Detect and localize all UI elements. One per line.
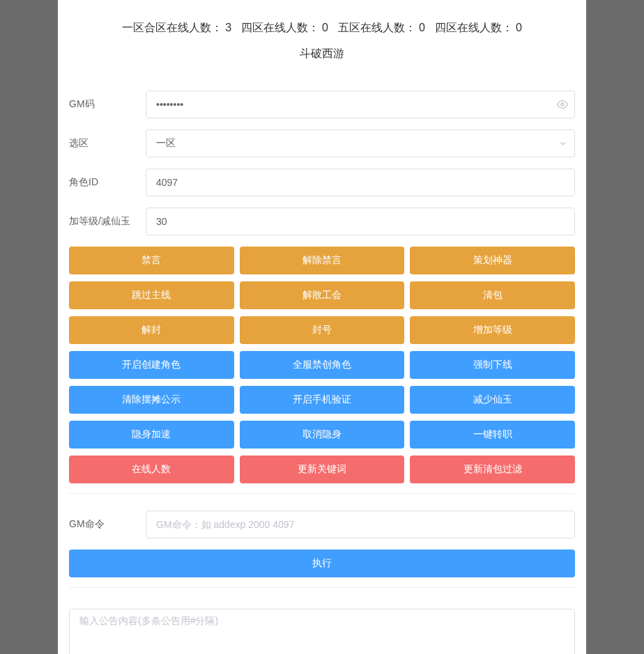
level-gem-input[interactable] bbox=[146, 208, 575, 235]
btn-unban[interactable]: 解封 bbox=[69, 316, 234, 344]
label-gm-command: GM命令 bbox=[69, 518, 146, 531]
stat-zone1: 一区合区在线人数：3 bbox=[122, 21, 231, 36]
stat-label: 四区在线人数： bbox=[435, 22, 513, 33]
eye-icon[interactable] bbox=[557, 99, 568, 110]
btn-enable-create-role[interactable]: 开启创建角色 bbox=[69, 351, 234, 379]
row-gm-code: GM码 bbox=[69, 91, 575, 118]
gm-command-input[interactable] bbox=[146, 511, 575, 538]
btn-server-ban-create[interactable]: 全服禁创角色 bbox=[240, 351, 405, 379]
gm-code-input[interactable] bbox=[146, 91, 575, 118]
btn-update-keywords[interactable]: 更新关键词 bbox=[240, 456, 405, 483]
stat-value: 0 bbox=[322, 22, 328, 33]
label-level-gem: 加等级/减仙玉 bbox=[69, 215, 146, 228]
stat-value: 0 bbox=[419, 22, 425, 33]
btn-add-level[interactable]: 增加等级 bbox=[410, 316, 575, 344]
row-zone: 选区 bbox=[69, 130, 575, 157]
btn-update-clearbag-filter[interactable]: 更新清包过滤 bbox=[410, 456, 575, 483]
header: 一区合区在线人数：3 四区在线人数：0 五区在线人数：0 四区在线人数：0 斗破… bbox=[58, 0, 586, 74]
btn-force-offline[interactable]: 强制下线 bbox=[410, 351, 575, 379]
form-panel: GM码 选区 角色ID 加等级/减仙玉 bbox=[58, 74, 586, 654]
button-grid-red: 在线人数 更新关键词 更新清包过滤 bbox=[69, 456, 575, 483]
stat-zone4b: 四区在线人数：0 bbox=[435, 21, 522, 36]
btn-reduce-gem[interactable]: 减少仙玉 bbox=[410, 386, 575, 414]
svg-point-0 bbox=[561, 103, 564, 106]
row-gm-command: GM命令 bbox=[69, 511, 575, 538]
admin-panel: 一区合区在线人数：3 四区在线人数：0 五区在线人数：0 四区在线人数：0 斗破… bbox=[58, 0, 586, 654]
btn-disband-guild[interactable]: 解散工会 bbox=[240, 281, 405, 309]
btn-one-key-job[interactable]: 一键转职 bbox=[410, 421, 575, 449]
btn-clear-stall[interactable]: 清除摆摊公示 bbox=[69, 386, 234, 414]
stat-value: 0 bbox=[516, 22, 522, 33]
btn-planner-artifact[interactable]: 策划神器 bbox=[410, 247, 575, 274]
divider bbox=[69, 493, 575, 494]
stat-label: 一区合区在线人数： bbox=[122, 22, 222, 33]
role-id-input[interactable] bbox=[146, 169, 575, 196]
row-level-gem: 加等级/减仙玉 bbox=[69, 208, 575, 235]
stat-value: 3 bbox=[225, 22, 231, 33]
btn-ban[interactable]: 封号 bbox=[240, 316, 405, 344]
btn-mute[interactable]: 禁言 bbox=[69, 247, 234, 274]
stat-label: 四区在线人数： bbox=[241, 22, 319, 33]
label-role-id: 角色ID bbox=[69, 176, 146, 189]
stat-zone4a: 四区在线人数：0 bbox=[241, 21, 328, 36]
btn-cancel-stealth[interactable]: 取消隐身 bbox=[240, 421, 405, 449]
btn-online-count[interactable]: 在线人数 bbox=[69, 456, 234, 483]
zone-select[interactable] bbox=[146, 130, 575, 157]
label-zone: 选区 bbox=[69, 137, 146, 150]
btn-unmute[interactable]: 解除禁言 bbox=[240, 247, 405, 274]
announcement-textarea[interactable] bbox=[69, 609, 575, 654]
btn-skip-main[interactable]: 跳过主线 bbox=[69, 281, 234, 309]
button-grid-blue: 开启创建角色 全服禁创角色 强制下线 清除摆摊公示 开启手机验证 减少仙玉 隐身… bbox=[69, 351, 575, 449]
stat-label: 五区在线人数： bbox=[338, 22, 416, 33]
execute-button[interactable]: 执行 bbox=[69, 550, 575, 577]
button-grid-orange: 禁言 解除禁言 策划神器 跳过主线 解散工会 清包 解封 封号 增加等级 bbox=[69, 247, 575, 344]
stats-line: 一区合区在线人数：3 四区在线人数：0 五区在线人数：0 四区在线人数：0 bbox=[72, 21, 572, 36]
row-role-id: 角色ID bbox=[69, 169, 575, 196]
game-title: 斗破西游 bbox=[72, 47, 572, 61]
btn-enable-phone-verify[interactable]: 开启手机验证 bbox=[240, 386, 405, 414]
label-gm-code: GM码 bbox=[69, 98, 146, 111]
btn-clear-bag[interactable]: 清包 bbox=[410, 281, 575, 309]
stat-zone5: 五区在线人数：0 bbox=[338, 21, 425, 36]
btn-stealth-speed[interactable]: 隐身加速 bbox=[69, 421, 234, 449]
divider-2 bbox=[69, 587, 575, 588]
